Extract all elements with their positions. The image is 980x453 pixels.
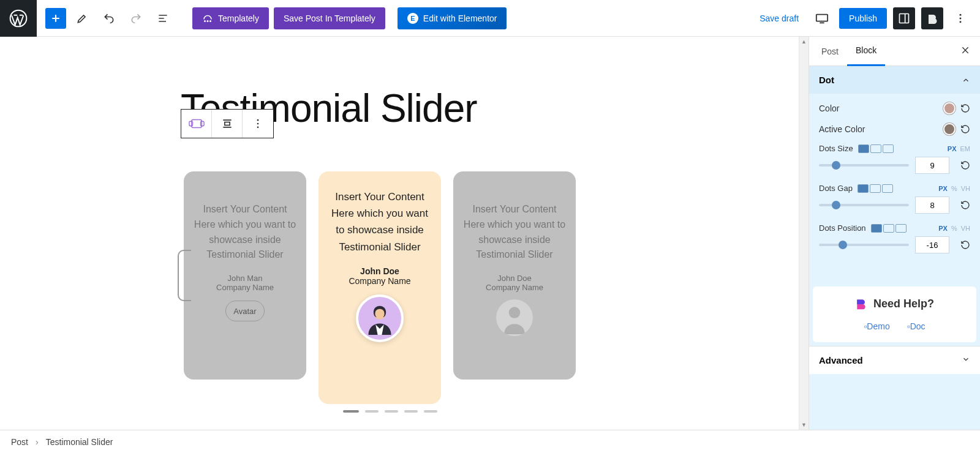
essential-blocks-toggle[interactable] (921, 7, 943, 29)
reset-icon[interactable] (960, 200, 970, 210)
svg-rect-4 (816, 14, 827, 21)
unit-em[interactable]: EM (960, 145, 971, 152)
more-options-button[interactable] (949, 7, 971, 29)
active-color-swatch[interactable] (943, 123, 956, 135)
color-row: Color (819, 102, 970, 114)
templately-button[interactable]: Templately (192, 7, 269, 29)
reset-icon[interactable] (960, 160, 970, 170)
responsive-toggle[interactable] (858, 144, 894, 153)
close-sidebar-button[interactable] (954, 45, 976, 58)
dots-size-label: Dots Size (819, 144, 853, 153)
device-mobile-icon[interactable] (895, 224, 907, 233)
chevron-down-icon (962, 355, 970, 364)
list-view-button[interactable] (152, 7, 174, 29)
testimonial-cards: Insert Your Content Here which you want … (184, 171, 576, 404)
unit-toggle[interactable]: PX % VH (938, 225, 970, 232)
color-label: Color (819, 103, 839, 113)
dot[interactable] (424, 410, 437, 413)
chevron-up-icon (962, 76, 970, 84)
editor-canvas[interactable]: Testimonial Slider Insert Your Content H… (0, 37, 799, 430)
svg-point-15 (257, 127, 259, 129)
dot[interactable] (404, 410, 418, 413)
redo-button[interactable] (125, 7, 147, 29)
device-desktop-icon[interactable] (858, 184, 869, 193)
dots-gap-slider[interactable] (819, 204, 909, 206)
svg-point-6 (960, 13, 962, 15)
reset-icon[interactable] (960, 240, 970, 250)
tab-post[interactable]: Post (813, 37, 847, 66)
dot[interactable] (385, 410, 398, 413)
unit-percent[interactable]: % (951, 225, 957, 232)
panel-dot-header[interactable]: Dot (809, 66, 980, 94)
testimonial-name: John Doe (328, 266, 431, 276)
unit-px[interactable]: PX (948, 145, 957, 152)
testimonial-card-active[interactable]: Insert Your Content Here which you want … (318, 171, 441, 404)
scroll-up-icon[interactable]: ▲ (799, 37, 809, 47)
unit-toggle[interactable]: PX EM (948, 145, 970, 152)
testimonial-quote: Insert Your Content Here which you want … (328, 189, 431, 255)
dot-active[interactable] (343, 410, 359, 413)
device-mobile-icon[interactable] (882, 184, 893, 193)
unit-vh[interactable]: VH (961, 185, 970, 192)
breadcrumb-root[interactable]: Post (11, 437, 28, 447)
reset-icon[interactable] (960, 124, 970, 134)
preview-button[interactable] (811, 7, 833, 29)
testimonial-card[interactable]: Insert Your Content Here which you want … (453, 171, 576, 380)
avatar-placeholder[interactable]: Avatar (225, 301, 265, 321)
save-draft-button[interactable]: Save draft (753, 10, 805, 27)
wordpress-logo[interactable] (0, 0, 37, 37)
save-in-templately-label: Save Post In Templately (284, 13, 375, 23)
elementor-label: Edit with Elementor (423, 13, 497, 23)
unit-toggle[interactable]: PX % VH (938, 185, 970, 192)
device-tablet-icon[interactable] (883, 224, 894, 233)
svg-rect-12 (224, 122, 229, 125)
unit-px[interactable]: PX (938, 185, 948, 192)
block-toolbar (181, 109, 274, 138)
device-tablet-icon[interactable] (870, 184, 881, 193)
device-tablet-icon[interactable] (870, 144, 881, 153)
toolbar-left-group: Templately Save Post In Templately E Edi… (37, 7, 507, 29)
testimonial-company: Company Name (194, 283, 296, 292)
device-desktop-icon[interactable] (871, 224, 882, 233)
canvas-scrollbar[interactable]: ▲ ▼ (799, 37, 809, 430)
block-more-button[interactable] (243, 110, 273, 138)
dots-size-slider[interactable] (819, 164, 909, 167)
edit-mode-button[interactable] (71, 7, 93, 29)
scroll-down-icon[interactable]: ▼ (799, 420, 809, 430)
main-area: Testimonial Slider Insert Your Content H… (0, 37, 980, 430)
publish-button[interactable]: Publish (839, 8, 887, 29)
unit-vh[interactable]: VH (961, 225, 970, 232)
responsive-toggle[interactable] (858, 184, 893, 193)
dots-gap-input[interactable] (915, 197, 949, 214)
block-align-button[interactable] (212, 110, 243, 138)
color-swatch[interactable] (943, 102, 956, 114)
help-demo-link[interactable]: ▫Demo (864, 321, 889, 331)
dots-position-input[interactable] (915, 236, 949, 253)
reset-icon[interactable] (960, 103, 970, 113)
responsive-toggle[interactable] (871, 224, 907, 233)
slider-dots[interactable] (343, 410, 437, 413)
settings-panel-toggle[interactable] (893, 7, 915, 29)
add-block-button[interactable] (45, 8, 66, 29)
publish-label: Publish (849, 13, 877, 23)
undo-button[interactable] (98, 7, 120, 29)
breadcrumb-current[interactable]: Testimonial Slider (46, 437, 113, 447)
tab-block[interactable]: Block (847, 37, 885, 66)
block-type-icon[interactable] (181, 110, 212, 138)
testimonial-card[interactable]: Insert Your Content Here which you want … (184, 171, 306, 380)
breadcrumb-separator: › (36, 437, 39, 447)
unit-px[interactable]: PX (938, 225, 948, 232)
testimonial-name: John Man (194, 274, 296, 283)
svg-point-7 (960, 17, 962, 19)
unit-percent[interactable]: % (951, 185, 957, 192)
device-desktop-icon[interactable] (858, 144, 869, 153)
dots-size-input[interactable] (915, 157, 949, 174)
dots-position-slider[interactable] (819, 244, 909, 246)
dot[interactable] (365, 410, 379, 413)
testimonial-quote: Insert Your Content Here which you want … (194, 202, 296, 263)
device-mobile-icon[interactable] (883, 144, 894, 153)
save-in-templately-button[interactable]: Save Post In Templately (274, 7, 385, 29)
panel-advanced-header[interactable]: Advanced (809, 346, 980, 374)
edit-with-elementor-button[interactable]: E Edit with Elementor (398, 7, 507, 29)
help-doc-link[interactable]: ▫Doc (907, 321, 925, 331)
